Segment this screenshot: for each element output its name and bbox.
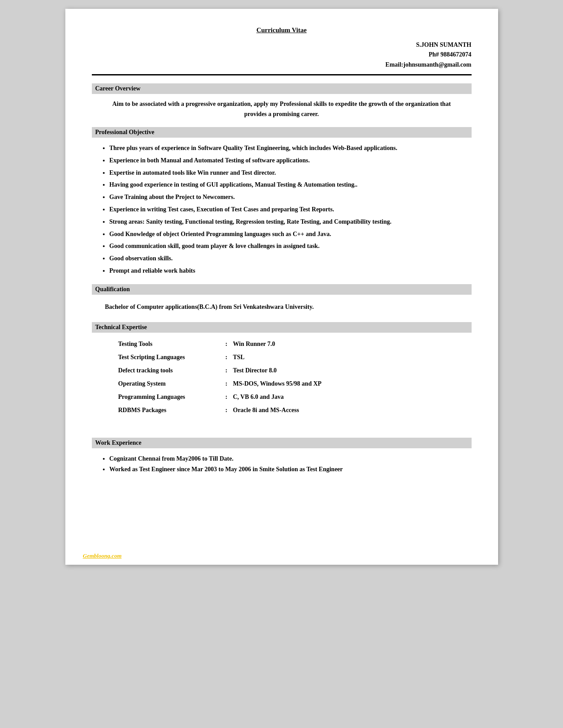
resume-page: Curriculum Vitae S.JOHN SUMANTH Ph# 9884… [65,9,498,565]
tech-value-scripting-languages: TSL [233,351,472,364]
list-item: Good Knowledge of object Oriented Progra… [110,229,472,240]
technical-expertise-table: Testing Tools : Win Runner 7.0 Test Scri… [118,338,472,417]
tech-label-programming-languages: Programming Languages [118,391,220,403]
page-title: Curriculum Vitae [92,26,472,34]
professional-objective-list: Three plus years of experience in Softwa… [92,143,472,276]
contact-email: Email:johnsumanth@gmail.com [92,60,472,70]
contact-info: S.JOHN SUMANTH Ph# 9884672074 Email:john… [92,40,472,70]
tech-value-defect-tracking: Test Director 8.0 [233,364,472,377]
qualification-section: Qualification Bachelor of Computer appli… [92,284,472,314]
contact-name: S.JOHN SUMANTH [92,40,472,50]
tech-label-defect-tracking: Defect tracking tools [118,364,220,377]
watermark: Gembloong.com [83,552,122,559]
professional-objective-header: Professional Objective [92,127,472,138]
professional-objective-section: Professional Objective Three plus years … [92,127,472,276]
work-experience-section: Work Experience Cognizant Chennai from M… [92,438,472,475]
tech-row-testing-tools: Testing Tools : Win Runner 7.0 [118,338,472,350]
tech-row-operating-system: Operating System : MS-DOS, Windows 95/98… [118,378,472,390]
work-experience-list: Cognizant Chennai from May2006 to Till D… [92,454,472,475]
tech-row-scripting-languages: Test Scripting Languages : TSL [118,351,472,364]
career-overview-text: Aim to be associated with a progressive … [92,99,472,119]
qualification-text: Bachelor of Computer applications(B.C.A)… [92,300,472,314]
career-overview-section: Career Overview Aim to be associated wit… [92,83,472,119]
tech-label-testing-tools: Testing Tools [118,338,220,350]
tech-value-testing-tools: Win Runner 7.0 [233,338,472,350]
tech-value-programming-languages: C, VB 6.0 and Java [233,391,472,403]
tech-row-rdbms: RDBMS Packages : Oracle 8i and MS-Access [118,404,472,417]
list-item: Cognizant Chennai from May2006 to Till D… [110,454,472,464]
list-item: Experience in writing Test cases, Execut… [110,204,472,215]
list-item: Having good experience in testing of GUI… [110,180,472,190]
qualification-header: Qualification [92,284,472,295]
list-item: Worked as Test Engineer since Mar 2003 t… [110,464,472,475]
list-item: Three plus years of experience in Softwa… [110,143,472,154]
list-item: Experience in both Manual and Automated … [110,155,472,166]
tech-value-rdbms: Oracle 8i and MS-Access [233,404,472,417]
tech-label-operating-system: Operating System [118,378,220,390]
list-item: Good communication skill, good team play… [110,241,472,251]
career-overview-header: Career Overview [92,83,472,94]
tech-label-scripting-languages: Test Scripting Languages [118,351,220,364]
list-item: Gave Training about the Project to Newco… [110,192,472,203]
work-experience-header: Work Experience [92,438,472,448]
spacer [92,424,472,438]
contact-phone: Ph# 9884672074 [92,50,472,60]
tech-value-operating-system: MS-DOS, Windows 95/98 and XP [233,378,472,390]
tech-label-rdbms: RDBMS Packages [118,404,220,417]
tech-row-defect-tracking: Defect tracking tools : Test Director 8.… [118,364,472,377]
list-item: Expertise in automated tools like Win ru… [110,168,472,178]
technical-expertise-header: Technical Expertise [92,322,472,333]
list-item: Good observation skills. [110,253,472,264]
tech-row-programming-languages: Programming Languages : C, VB 6.0 and Ja… [118,391,472,403]
technical-expertise-section: Technical Expertise Testing Tools : Win … [92,322,472,417]
list-item: Prompt and reliable work habits [110,266,472,276]
list-item: Strong areas: Sanity testing, Functional… [110,217,472,227]
header-divider [92,74,472,75]
